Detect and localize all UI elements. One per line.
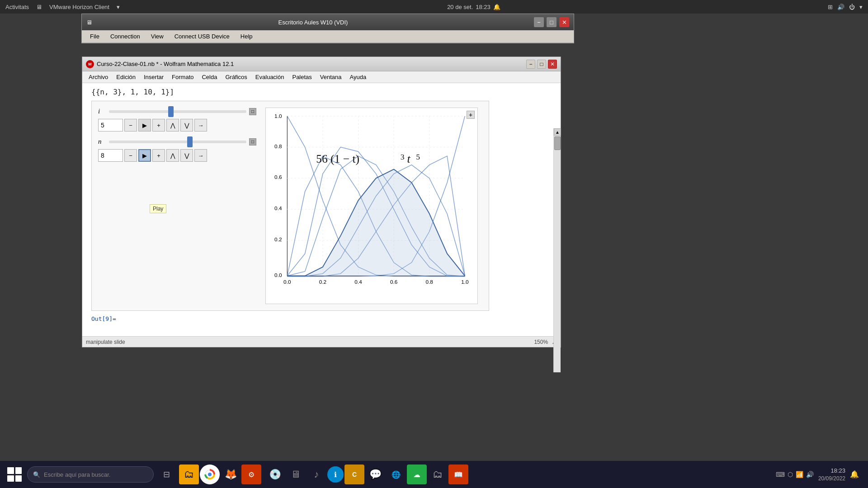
tooltip-play: Play <box>150 204 166 213</box>
network-icon[interactable]: ⊞ <box>828 4 833 10</box>
notification-bell-icon[interactable]: 🔔 <box>850 470 859 479</box>
step-down-button-n[interactable]: ⋁ <box>180 149 193 162</box>
play-button-i[interactable]: ▶ <box>138 119 151 131</box>
slider-i-label: i <box>98 108 106 115</box>
taskbar-chat[interactable]: 💬 <box>365 465 385 484</box>
keyboard-indicator-icon[interactable]: ⌨ <box>776 471 785 478</box>
slider-i-end[interactable]: □ <box>249 108 256 115</box>
svg-text:0.0: 0.0 <box>283 279 291 285</box>
math-menu-edicion[interactable]: Edición <box>113 73 139 81</box>
svg-text:0.8: 0.8 <box>274 143 282 149</box>
math-titlebar: M Curso-22-Clase-01.nb * - Wolfram Mathe… <box>82 57 561 71</box>
slider-n-end[interactable]: □ <box>249 138 256 145</box>
start-button[interactable] <box>4 464 25 485</box>
minus-button-i[interactable]: − <box>124 119 137 131</box>
step-up-button-i[interactable]: ⋀ <box>166 119 179 131</box>
math-menu-insertar[interactable]: Insertar <box>140 73 167 81</box>
plus-button-i[interactable]: + <box>152 119 165 131</box>
system-tray-icons: ⌨ ⬡ 📶 🔊 <box>776 471 814 478</box>
plot-zoom-plus[interactable]: + <box>467 111 475 119</box>
svg-text:0.2: 0.2 <box>274 236 282 242</box>
math-menu-ayuda[interactable]: Ayuda <box>346 73 370 81</box>
bernstein-plot: 1.0 0.8 0.6 0.4 0.2 0.0 0.0 0.2 0.4 0.6 … <box>269 112 474 298</box>
taskbar-firefox[interactable]: 🦊 <box>221 465 241 484</box>
scrollbar-up-arrow[interactable]: ▲ <box>554 128 561 136</box>
math-menu-ventana[interactable]: Ventana <box>316 73 345 81</box>
step-up-button-n[interactable]: ⋀ <box>166 149 179 162</box>
system-date: 20 de set. <box>447 4 473 10</box>
slider-i-thumb[interactable] <box>168 106 174 117</box>
math-maximize-button[interactable]: □ <box>537 60 546 69</box>
math-minimize-button[interactable]: − <box>526 60 535 69</box>
app-tray: 🗂 🦊 ⚙ <box>179 465 261 484</box>
volume-tray-icon[interactable]: 🔊 <box>806 471 814 478</box>
play-button-n[interactable]: ▶ <box>138 149 151 162</box>
control-buttons-i: − ▶ + ⋀ ⋁ → <box>98 119 256 131</box>
app-tray-2: 💿 🖥 ♪ ℹ C 💬 🌐 ☁ 🗂 📖 <box>265 465 468 484</box>
math-close-button[interactable]: ✕ <box>548 60 557 69</box>
taskbar-cau[interactable]: C <box>344 465 364 484</box>
taskbar-clock[interactable]: 18:23 20/09/2022 <box>818 467 845 483</box>
slider-n-track[interactable] <box>109 141 246 143</box>
math-scrollbar[interactable]: ▲ <box>553 128 561 372</box>
notification-icon[interactable]: 🔔 <box>493 4 500 10</box>
math-menu-formato[interactable]: Formato <box>168 73 197 81</box>
taskbar-chrome-2[interactable]: 🌐 <box>386 465 406 484</box>
vmware-close-button[interactable]: ✕ <box>559 17 569 27</box>
vmware-maximize-button[interactable]: □ <box>547 17 557 27</box>
minus-button-n[interactable]: − <box>124 149 137 162</box>
power-icon[interactable]: ⏻ <box>849 4 855 10</box>
vmware-app-name[interactable]: VMware Horizon Client <box>49 4 109 10</box>
svg-text:1.0: 1.0 <box>274 113 282 119</box>
task-view-button[interactable]: ⊟ <box>157 465 175 483</box>
math-content: {{n, 3}, 1, 10, 1}] i □ <box>82 83 561 336</box>
taskbar-file-explorer[interactable]: 🗂 <box>179 465 199 484</box>
search-icon: 🔍 <box>33 471 40 478</box>
vmware-titlebar-controls: − □ ✕ <box>534 17 569 27</box>
taskbar-info[interactable]: ℹ <box>327 466 344 483</box>
math-titlebar-left: M Curso-22-Clase-01.nb * - Wolfram Mathe… <box>86 60 234 68</box>
taskbar-chrome[interactable] <box>200 465 220 484</box>
arrow-right-button-i[interactable]: → <box>194 119 207 131</box>
svg-text:0.8: 0.8 <box>426 279 434 285</box>
math-menu-celda[interactable]: Celda <box>198 73 221 81</box>
vmware-minimize-button[interactable]: − <box>534 17 544 27</box>
math-menu-graficos[interactable]: Gráficos <box>222 73 250 81</box>
math-menu-paletas[interactable]: Paletas <box>288 73 315 81</box>
scrollbar-thumb[interactable] <box>554 136 561 150</box>
taskbar-search-bar[interactable]: 🔍 Escribe aquí para buscar. <box>27 466 154 483</box>
taskbar-settings[interactable]: ⚙ <box>241 465 261 484</box>
math-menu-evaluacion[interactable]: Evaluación <box>252 73 288 81</box>
taskbar-display[interactable]: 🖥 <box>286 465 306 484</box>
network-tray-icon[interactable]: 📶 <box>796 471 803 478</box>
vmware-menu-connect-usb[interactable]: Connect USB Device <box>170 32 234 41</box>
system-bar: Activitats 🖥 VMware Horizon Client ▾ 20 … <box>0 0 868 14</box>
vmware-menu-view[interactable]: View <box>146 32 168 41</box>
svg-text:t: t <box>407 152 411 165</box>
taskbar-disk[interactable]: 💿 <box>265 465 285 484</box>
volume-icon[interactable]: 🔊 <box>837 4 844 10</box>
svg-text:0.0: 0.0 <box>274 272 282 278</box>
taskbar-music[interactable]: ♪ <box>307 465 326 484</box>
vmware-titlebar: 🖥 Escritorio Aules W10 (VDI) − □ ✕ <box>82 14 574 30</box>
vmware-menu-connection[interactable]: Connection <box>106 32 145 41</box>
math-menu-archivo[interactable]: Archivo <box>85 73 112 81</box>
svg-text:0.6: 0.6 <box>274 174 282 180</box>
settings-arrow-icon[interactable]: ▾ <box>859 4 863 10</box>
slider-i-track[interactable] <box>109 110 246 113</box>
arrow-right-button-n[interactable]: → <box>194 149 207 162</box>
usb-icon[interactable]: ⬡ <box>788 471 793 478</box>
value-input-i[interactable] <box>98 119 123 131</box>
value-input-n[interactable] <box>98 149 123 162</box>
plus-button-n[interactable]: + <box>152 149 165 162</box>
slider-n-thumb[interactable] <box>187 136 193 147</box>
vmware-menu-help[interactable]: Help <box>236 32 257 41</box>
app-dropdown-icon[interactable]: ▾ <box>117 4 120 10</box>
taskbar-time-display: 18:23 <box>818 467 845 475</box>
vmware-menu-file[interactable]: File <box>85 32 104 41</box>
taskbar-files[interactable]: 🗂 <box>428 465 448 484</box>
taskbar-reader[interactable]: 📖 <box>448 465 468 484</box>
taskbar-cloud[interactable]: ☁ <box>407 465 427 484</box>
step-down-button-i[interactable]: ⋁ <box>180 119 193 131</box>
activities-label[interactable]: Activitats <box>5 4 29 10</box>
